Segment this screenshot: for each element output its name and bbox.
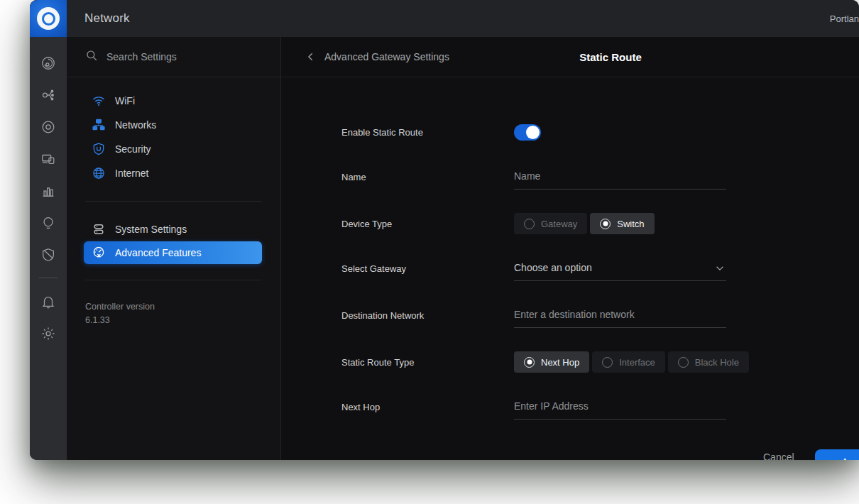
back-breadcrumb[interactable]: Advanced Gateway Settings [281,51,449,62]
radio-icon [600,219,611,229]
pill-label: Gateway [541,219,577,229]
nav-item-networks[interactable]: Networks [85,113,262,137]
topology-icon[interactable] [35,79,61,111]
search-placeholder: Search Settings [106,51,177,62]
enable-static-route-toggle[interactable] [514,124,541,141]
pill-label: Black Hole [695,357,739,368]
field-label: Device Type [341,213,514,229]
form-row-name: Name [341,166,859,190]
static-route-form: Enable Static Route Name Device Type [281,77,859,420]
controller-version-value: 6.1.33 [85,314,262,327]
cancel-button[interactable]: Cancel [763,451,794,460]
nav-item-label: Advanced Features [115,247,201,258]
pill-label: Switch [617,219,644,229]
wifi-icon [91,93,106,109]
rail-divider [39,278,58,278]
settings-panel: Search Settings WiFi [67,37,281,460]
name-input[interactable] [514,166,726,190]
internet-globe-icon [91,165,106,181]
field-label: Static Route Type [341,351,514,368]
static-route-type-group: Next Hop Interface Black Hole [514,351,749,373]
field-label: Destination Network [341,305,514,321]
nav-divider-top [85,201,262,202]
controller-version-label: Controller version [85,300,262,314]
route-type-interface-radio[interactable]: Interface [592,351,665,373]
next-hop-input[interactable] [514,396,726,420]
content-header: Advanced Gateway Settings Static Route [281,37,859,77]
settings-gear-icon[interactable] [35,317,61,349]
field-label: Select Gateway [341,258,514,274]
route-type-black-hole-radio[interactable]: Black Hole [668,351,749,373]
form-row-destination-network: Destination Network [341,305,859,328]
advanced-features-icon [91,245,106,261]
content-area: Advanced Gateway Settings Static Route E… [281,37,859,460]
security-shield-icon [91,141,106,157]
form-row-device-type: Device Type Gateway Switch [341,213,859,234]
radio-icon [524,357,535,368]
app-window: Network Portlan [30,0,859,460]
nav-item-advanced-features[interactable]: Advanced Features [84,241,262,264]
networks-icon [91,117,106,133]
form-row-enable: Enable Static Route [341,121,859,143]
field-label: Name [341,166,514,182]
device-type-switch-radio[interactable]: Switch [590,213,654,234]
form-row-next-hop: Next Hop [341,396,859,420]
controller-version: Controller version 6.1.33 [67,296,280,332]
route-type-next-hop-radio[interactable]: Next Hop [514,351,589,373]
dashboard-icon[interactable] [35,47,61,79]
nav-item-security[interactable]: Security [85,137,262,161]
statistics-icon[interactable] [35,175,61,207]
radio-icon [678,357,689,368]
clients-icon[interactable] [35,143,61,175]
icon-rail [30,37,67,460]
nav-item-wifi[interactable]: WiFi [85,89,262,113]
site-name[interactable]: Portlan [830,13,859,24]
breadcrumb-label: Advanced Gateway Settings [324,51,449,62]
destination-network-input[interactable] [514,305,726,328]
nav-item-label: Networks [115,119,156,131]
app-title: Network [84,11,130,26]
apply-changes-button[interactable]: Apply Changes [815,449,859,460]
radio-icon [524,219,535,229]
device-type-group: Gateway Switch [514,213,655,234]
insights-icon[interactable] [35,207,61,239]
field-label: Enable Static Route [341,121,514,138]
pill-label: Interface [619,357,655,368]
dropdown-value: Choose an option [514,262,592,273]
unifi-logo-icon [37,7,60,30]
notifications-bell-icon[interactable] [35,285,61,317]
pill-label: Next Hop [541,357,579,368]
threat-management-icon[interactable] [35,239,61,270]
unifi-logo[interactable] [30,0,67,37]
system-settings-icon [91,221,106,237]
back-chevron-icon [306,52,316,62]
form-row-static-route-type: Static Route Type Next Hop Interface [341,351,859,373]
nav-item-system-settings[interactable]: System Settings [85,217,262,241]
search-settings[interactable]: Search Settings [67,37,280,77]
nav-divider-bottom [85,280,262,280]
field-label: Next Hop [341,396,514,412]
nav-item-internet[interactable]: Internet [85,161,262,185]
nav-item-label: System Settings [115,224,187,235]
top-bar: Network Portlan [30,0,859,37]
chevron-down-icon [715,263,725,275]
select-gateway-dropdown[interactable]: Choose an option [514,258,726,281]
nav-item-label: WiFi [115,95,135,106]
search-icon [85,49,98,65]
form-row-select-gateway: Select Gateway Choose an option [341,258,859,281]
radio-icon [602,357,613,368]
unifi-devices-icon[interactable] [35,111,61,143]
nav-item-label: Security [115,143,151,155]
device-type-gateway-radio[interactable]: Gateway [514,213,587,234]
nav-item-label: Internet [115,168,148,179]
page-title: Static Route [579,51,642,63]
